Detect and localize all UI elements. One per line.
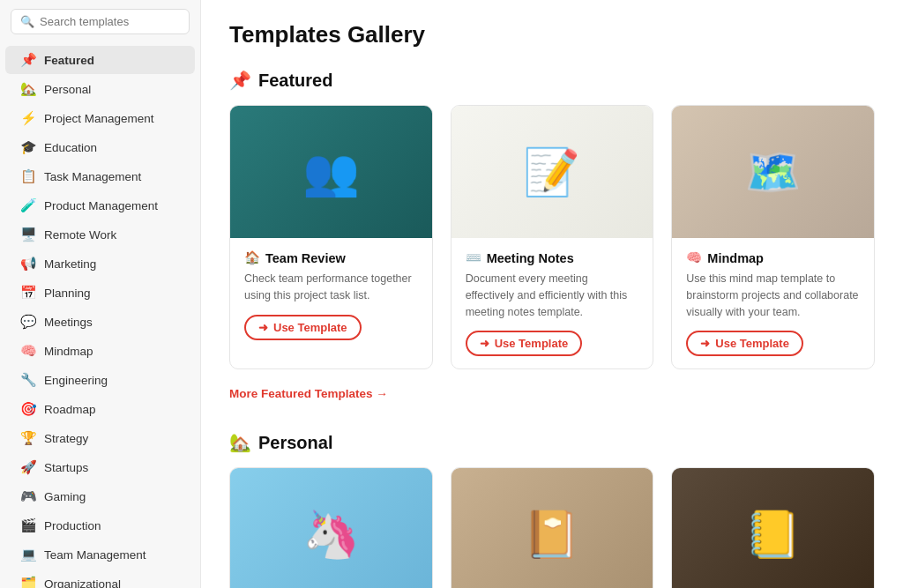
sidebar-item-roadmap[interactable]: 🎯Roadmap [5, 395, 195, 423]
nav-label-strategy: Strategy [44, 432, 88, 445]
sidebar-item-education[interactable]: 🎓Education [5, 133, 195, 161]
nav-label-gaming: Gaming [44, 490, 86, 503]
sidebar-item-engineering[interactable]: 🔧Engineering [5, 366, 195, 394]
card-image-bullet-journal-weekly: 📒 [672, 468, 874, 588]
page-title: Templates Gallery [229, 21, 875, 48]
card-desc-meeting-notes: Document every meeting effectively and e… [466, 271, 639, 320]
nav-label-remote-work: Remote Work [44, 228, 116, 242]
nav-label-engineering: Engineering [44, 374, 108, 387]
nav-label-planning: Planning [44, 287, 91, 300]
use-template-btn-meeting-notes[interactable]: ➜ Use Template [466, 331, 583, 356]
card-desc-mindmap: Use this mind map template to brainstorm… [686, 271, 860, 320]
card-image-mindmap: 🗺️ [672, 106, 874, 238]
nav-label-project-management: Project Management [44, 112, 154, 125]
nav-label-task-management: Task Management [44, 170, 141, 183]
more-featured-link[interactable]: More Featured Templates → [229, 387, 388, 400]
sidebar-item-planning[interactable]: 📅Planning [5, 279, 195, 307]
featured-title-text: Featured [258, 71, 332, 91]
nav-label-personal: Personal [44, 83, 91, 96]
nav-icon-featured: 📌 [19, 52, 37, 68]
sidebar-item-personal[interactable]: 🏡Personal [5, 75, 195, 103]
template-card-mindmap[interactable]: 🗺️ 🧠 Mindmap Use this mind map template … [671, 105, 875, 369]
nav-icon-task-management: 📋 [19, 168, 37, 184]
use-template-btn-team-review[interactable]: ➜ Use Template [244, 315, 362, 340]
nav-icon-marketing: 📢 [19, 256, 37, 272]
template-card-bullet-journal-weekly[interactable]: 📒 💡 Bullet Journal Weekly Highlights Get… [671, 467, 875, 588]
sidebar-item-production[interactable]: 🎬Production [5, 511, 195, 540]
template-card-personal-task-tracker[interactable]: 🦄 📋 Personal Task Tracker & Planning Lis… [229, 467, 433, 588]
nav-icon-planning: 📅 [19, 285, 37, 301]
sidebar-item-marketing[interactable]: 📢Marketing [5, 249, 195, 278]
arrow-icon-mindmap: ➜ [700, 337, 710, 350]
sidebar-item-product-management[interactable]: 🧪Product Management [5, 191, 195, 220]
sidebar-nav: 📌Featured🏡Personal⚡Project Management🎓Ed… [0, 41, 200, 588]
nav-icon-product-management: 🧪 [19, 197, 37, 213]
nav-label-marketing: Marketing [44, 257, 96, 271]
search-box[interactable]: 🔍 [11, 9, 190, 34]
card-image-meeting-notes: 📝 [452, 106, 653, 238]
sidebar-item-organizational[interactable]: 🗂️Organizational [5, 569, 195, 588]
arrow-icon-meeting-notes: ➜ [480, 337, 489, 350]
card-desc-team-review: Check team performance together using th… [244, 271, 418, 304]
nav-icon-strategy: 🏆 [19, 430, 37, 446]
featured-section-title: 📌 Featured [229, 70, 875, 91]
nav-label-organizational: Organizational [44, 577, 121, 589]
featured-icon: 📌 [229, 70, 251, 91]
nav-label-education: Education [44, 141, 97, 154]
card-image-team-review: 👥 [230, 106, 432, 238]
template-card-bullet-journal[interactable]: 📔 📓 Bullet Journal Your digital Bullet J… [451, 467, 654, 588]
use-template-btn-mindmap[interactable]: ➜ Use Template [686, 331, 803, 356]
nav-icon-roadmap: 🎯 [19, 401, 37, 417]
search-input[interactable] [40, 15, 180, 28]
nav-label-meetings: Meetings [44, 316, 93, 329]
card-body-meeting-notes: ⌨️ Meeting Notes Document every meeting … [452, 238, 653, 368]
template-card-team-review[interactable]: 👥 🏠 Team Review Check team performance t… [229, 105, 433, 369]
personal-section: 🏡 Personal 🦄 📋 Personal Task Tracker & P… [229, 432, 875, 588]
nav-icon-meetings: 💬 [19, 314, 37, 330]
featured-template-grid: 👥 🏠 Team Review Check team performance t… [229, 105, 875, 369]
nav-label-startups: Startups [44, 461, 88, 474]
nav-icon-production: 🎬 [19, 517, 37, 533]
personal-icon: 🏡 [229, 432, 251, 453]
main-content: Templates Gallery 📌 Featured 👥 🏠 Team Re… [201, 0, 903, 588]
personal-title-text: Personal [258, 433, 332, 453]
arrow-icon-team-review: ➜ [258, 321, 268, 334]
sidebar-item-team-management[interactable]: 💻Team Management [5, 540, 195, 569]
nav-icon-startups: 🚀 [19, 459, 37, 475]
sidebar-item-strategy[interactable]: 🏆Strategy [5, 424, 195, 452]
sidebar-item-task-management[interactable]: 📋Task Management [5, 162, 195, 190]
sidebar-item-project-management[interactable]: ⚡Project Management [5, 104, 195, 132]
nav-icon-mindmap: 🧠 [19, 343, 37, 359]
card-title-meeting-notes: ⌨️ Meeting Notes [466, 250, 639, 265]
sidebar-item-gaming[interactable]: 🎮Gaming [5, 482, 195, 510]
sidebar: 🔍 📌Featured🏡Personal⚡Project Management🎓… [0, 0, 201, 588]
card-title-team-review: 🏠 Team Review [244, 250, 418, 265]
nav-icon-education: 🎓 [19, 139, 37, 155]
nav-label-featured: Featured [44, 54, 94, 67]
nav-label-mindmap: Mindmap [44, 345, 93, 358]
template-card-meeting-notes[interactable]: 📝 ⌨️ Meeting Notes Document every meetin… [451, 105, 654, 369]
sidebar-item-remote-work[interactable]: 🖥️Remote Work [5, 220, 195, 249]
card-image-personal-task-tracker: 🦄 [230, 468, 432, 588]
card-body-team-review: 🏠 Team Review Check team performance tog… [230, 238, 432, 353]
nav-icon-engineering: 🔧 [19, 372, 37, 388]
card-body-mindmap: 🧠 Mindmap Use this mind map template to … [672, 238, 874, 368]
sidebar-item-mindmap[interactable]: 🧠Mindmap [5, 337, 195, 365]
search-icon: 🔍 [20, 15, 34, 28]
personal-template-grid: 🦄 📋 Personal Task Tracker & Planning Lis… [229, 467, 875, 588]
nav-icon-remote-work: 🖥️ [19, 227, 37, 242]
nav-label-product-management: Product Management [44, 199, 158, 212]
card-icon-mindmap: 🧠 [686, 250, 702, 265]
personal-section-title: 🏡 Personal [229, 432, 875, 453]
nav-icon-project-management: ⚡ [19, 110, 37, 126]
card-icon-meeting-notes: ⌨️ [466, 250, 481, 265]
card-title-mindmap: 🧠 Mindmap [686, 250, 860, 265]
nav-icon-team-management: 💻 [19, 547, 37, 562]
card-icon-team-review: 🏠 [244, 250, 260, 265]
nav-icon-gaming: 🎮 [19, 488, 37, 504]
sidebar-item-featured[interactable]: 📌Featured [5, 46, 195, 74]
nav-label-production: Production [44, 519, 101, 532]
nav-icon-organizational: 🗂️ [19, 576, 37, 588]
sidebar-item-meetings[interactable]: 💬Meetings [5, 308, 195, 336]
sidebar-item-startups[interactable]: 🚀Startups [5, 453, 195, 481]
